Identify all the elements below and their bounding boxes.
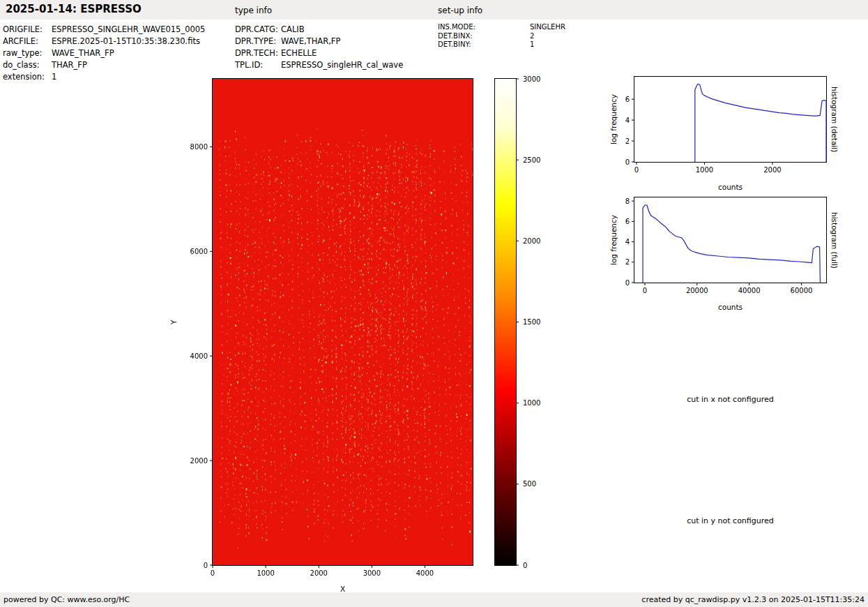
tick-label: 1000 — [696, 166, 713, 174]
tick-label: 0 — [634, 166, 639, 174]
footer-created-by: created by qc_rawdisp.py v1.2.3 on 2025-… — [641, 595, 865, 604]
field-value: WAVE,THAR,FP — [281, 36, 340, 47]
cut-x-message: cut in x not configured — [631, 395, 830, 404]
tick-label: 4 — [625, 117, 630, 124]
tick-label: 8 — [625, 197, 630, 205]
histogram-full-axes: 020000400006000002468 — [634, 197, 826, 283]
histogram-full-xlabel: counts — [634, 303, 827, 311]
tick-label: 2000 — [763, 166, 781, 174]
tick-label: 2000 — [190, 457, 208, 465]
tick-label: 0 — [643, 287, 647, 294]
field-value: ESPRESSO_singleHR_cal_wave — [281, 59, 403, 71]
field-key: DET.BINY: — [438, 40, 530, 50]
tick-label: 0 — [211, 569, 215, 577]
type-info-row: DPR.TYPE:WAVE,THAR,FP — [235, 36, 403, 47]
tick-label: 6 — [625, 218, 630, 225]
file-info-row: raw_type:WAVE_THAR_FP — [3, 47, 205, 59]
tick-label: 3000 — [363, 569, 381, 577]
histogram-full-plot: 020000400006000002468 — [634, 197, 827, 283]
field-value: ESPRESSO_SINGLEHR_WAVE015_0005 — [52, 24, 205, 36]
histogram-full-ylabel: log frequency — [609, 197, 618, 283]
field-key: DPR.TECH: — [235, 47, 281, 59]
field-key: DPR.CATG: — [235, 24, 281, 36]
setup-info-row: DET.BINY:1 — [438, 40, 565, 50]
tick-label: 1500 — [523, 318, 540, 326]
type-info-row: TPL.ID:ESPRESSO_singleHR_cal_wave — [235, 59, 403, 71]
file-info-block: ORIGFILE:ESPRESSO_SINGLEHR_WAVE015_0005 … — [3, 24, 205, 83]
cut-y-message: cut in y not configured — [631, 516, 830, 525]
file-info-row: ORIGFILE:ESPRESSO_SINGLEHR_WAVE015_0005 — [3, 24, 205, 36]
field-key: ARCFILE: — [3, 36, 52, 47]
colorbar: 050010001500200025003000 — [494, 78, 517, 566]
field-key: DET.BINX: — [438, 32, 530, 41]
field-key: INS.MODE: — [438, 23, 530, 32]
tick-label: 60000 — [791, 287, 813, 294]
field-value: THAR_FP — [52, 59, 87, 71]
tick-label: 6000 — [190, 248, 208, 255]
qc-report-page: 2025-01-14: ESPRESSO type info set-up in… — [0, 0, 868, 607]
field-key: do_class: — [3, 59, 52, 71]
type-info-heading: type info — [235, 6, 272, 15]
tick-label: 0 — [523, 562, 527, 569]
tick-label: 2500 — [523, 156, 540, 164]
tick-label: 4 — [625, 238, 630, 246]
detector-plot: 0100020003000400002000400060008000 — [212, 78, 473, 566]
tick-label: 1000 — [257, 569, 274, 577]
histogram-detail-plot: 0100020000246 — [634, 76, 827, 163]
tick-label: 4000 — [190, 352, 208, 360]
field-value: 1 — [530, 40, 534, 50]
histogram-detail-axes: 0100020000246 — [634, 77, 826, 162]
header-bar: 2025-01-14: ESPRESSO type info set-up in… — [0, 0, 868, 20]
histogram-detail-title: histogram (detail) — [830, 76, 839, 163]
file-info-row: ARCFILE:ESPRE.2025-01-15T10:35:38.230.fi… — [3, 36, 205, 47]
histogram-detail-xlabel: counts — [634, 183, 827, 191]
tick-label: 500 — [523, 480, 536, 488]
histogram-full-title: histogram (full) — [830, 197, 839, 283]
setup-info-row: INS.MODE:SINGLEHR — [438, 23, 565, 32]
tick-label: 4000 — [416, 569, 434, 577]
tick-label: 0 — [625, 158, 630, 166]
series-line — [695, 84, 826, 163]
field-value: CALIB — [281, 24, 305, 36]
tick-label: 6 — [625, 96, 630, 103]
field-value: 2 — [530, 32, 534, 41]
tick-label: 0 — [625, 279, 630, 287]
y-axis-label: Y — [169, 78, 179, 566]
field-key: raw_type: — [3, 47, 52, 59]
footer-bar: powered by QC: www.eso.org/HC created by… — [0, 592, 868, 607]
field-value: WAVE_THAR_FP — [52, 47, 114, 59]
footer-powered-by: powered by QC: www.eso.org/HC — [3, 595, 130, 604]
tick-label: 2000 — [523, 237, 540, 245]
page-title: 2025-01-14: ESPRESSO — [6, 3, 142, 15]
field-key: extension: — [3, 71, 52, 83]
field-value: ESPRE.2025-01-15T10:35:38.230.fits — [52, 36, 200, 47]
setup-info-heading: set-up info — [438, 6, 482, 15]
tick-label: 20000 — [686, 287, 708, 294]
tick-label: 2 — [625, 258, 630, 266]
tick-label: 2 — [625, 137, 630, 145]
setup-info-row: DET.BINX:2 — [438, 32, 565, 41]
field-key: ORIGFILE: — [3, 24, 52, 36]
setup-info-block: INS.MODE:SINGLEHR DET.BINX:2 DET.BINY:1 — [438, 23, 565, 50]
detector-axes: 0100020003000400002000400060008000 — [213, 79, 473, 565]
tick-label: 1000 — [523, 399, 540, 407]
field-key: DPR.TYPE: — [235, 36, 281, 47]
file-info-row: do_class:THAR_FP — [3, 59, 205, 71]
tick-label: 2000 — [310, 569, 328, 577]
histogram-detail-ylabel: log frequency — [609, 76, 618, 163]
field-value: 1 — [52, 71, 56, 83]
type-info-block: DPR.CATG:CALIB DPR.TYPE:WAVE,THAR,FP DPR… — [235, 24, 403, 71]
tick-label: 40000 — [738, 287, 761, 294]
field-value: ECHELLE — [281, 47, 317, 59]
field-value: SINGLEHR — [530, 23, 565, 32]
tick-label: 3000 — [523, 75, 540, 83]
type-info-row: DPR.CATG:CALIB — [235, 24, 403, 36]
colorbar-ticks: 050010001500200025003000 — [495, 79, 516, 565]
tick-label: 0 — [204, 562, 208, 569]
field-key: TPL.ID: — [235, 59, 281, 71]
series-line — [643, 205, 820, 283]
type-info-row: DPR.TECH:ECHELLE — [235, 47, 403, 59]
tick-label: 8000 — [190, 143, 208, 151]
